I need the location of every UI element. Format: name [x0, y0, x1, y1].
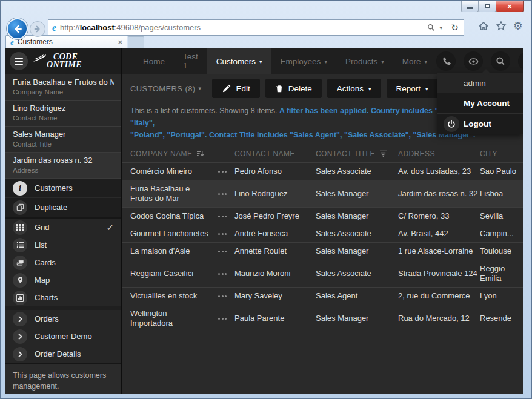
- gear-icon[interactable]: ⚙: [513, 21, 523, 31]
- column-city[interactable]: CITY: [480, 150, 523, 158]
- nav-item-products[interactable]: Products▾: [336, 48, 393, 74]
- sidebar-view-cards[interactable]: Cards: [5, 254, 121, 271]
- column-contact-title[interactable]: CONTACT TITLE: [316, 150, 398, 158]
- wing-icon: [32, 53, 47, 64]
- back-icon: [12, 24, 23, 35]
- sidebar-link-orders[interactable]: Orders: [5, 310, 121, 328]
- row-menu-button[interactable]: [210, 216, 234, 217]
- delete-button[interactable]: Delete: [265, 79, 322, 98]
- duplicate-icon: [13, 200, 27, 215]
- refresh-button[interactable]: ↻: [446, 19, 464, 36]
- row-menu-button[interactable]: [210, 193, 234, 195]
- report-button[interactable]: Report ▾: [387, 79, 438, 98]
- home-icon[interactable]: [478, 21, 489, 31]
- sidebar-view-map[interactable]: Map: [5, 271, 121, 289]
- sidebar-link-customer-demo[interactable]: Customer Demo: [5, 328, 121, 345]
- map-pin-icon: [13, 273, 27, 288]
- row-menu-button[interactable]: [210, 273, 234, 275]
- chevron-down-icon: ▾: [368, 86, 371, 92]
- chart-icon: [13, 291, 27, 305]
- row-menu-button[interactable]: [210, 233, 234, 235]
- search-icon: [496, 56, 505, 66]
- table-row[interactable]: Wellington Importadora Paula Parente Sal…: [122, 305, 523, 332]
- browser-window: × e http://localhost:49608/pages/custome…: [0, 0, 532, 399]
- app-header: CODE ONTIME Home Test 1 Customers▾ Emplo…: [5, 48, 523, 74]
- sidebar-item-customers[interactable]: i Customers: [5, 179, 121, 198]
- logo-text: CODE ONTIME: [47, 53, 82, 68]
- tab-favicon-icon: e: [10, 38, 14, 46]
- filter-contact-name[interactable]: Lino Rodriguez Contact Name: [5, 101, 121, 127]
- page-description: This page allows customers management.: [5, 364, 121, 394]
- sidebar-view-charts[interactable]: Charts: [5, 289, 121, 306]
- address-bar[interactable]: e http://localhost:49608/pages/customers…: [48, 19, 447, 36]
- sidebar-link-order-details[interactable]: Order Details: [5, 345, 121, 363]
- chevron-right-icon: [13, 347, 27, 361]
- forward-icon: [33, 25, 42, 33]
- column-address[interactable]: ADDRESS: [398, 150, 480, 158]
- list-icon: [13, 238, 27, 252]
- collection-selector[interactable]: CUSTOMERS (8) ▾: [130, 84, 201, 93]
- table-row[interactable]: Comércio Mineiro Pedro Afonso Sales Asso…: [122, 162, 523, 180]
- row-menu-button[interactable]: [210, 295, 234, 297]
- nav-item-customers[interactable]: Customers▾: [207, 48, 271, 74]
- table-row[interactable]: Godos Cocina Típica José Pedro Freyre Sa…: [122, 207, 523, 225]
- table-row[interactable]: Gourmet Lanchonetes André Fonseca Sales …: [122, 225, 523, 242]
- nav-item-employees[interactable]: Employees▾: [271, 48, 336, 74]
- sidebar-view-grid[interactable]: Grid ✓: [5, 219, 121, 236]
- ie-logo-icon: e: [52, 23, 56, 33]
- my-account-menu-item[interactable]: My Account: [437, 93, 523, 113]
- table-row[interactable]: Victuailles en stock Mary Saveley Sales …: [122, 287, 523, 305]
- search-icon[interactable]: [427, 24, 435, 31]
- sidebar-item-duplicate[interactable]: Duplicate: [5, 198, 121, 217]
- app-logo: CODE ONTIME: [32, 53, 82, 68]
- sidebar-view-list[interactable]: List: [5, 236, 121, 254]
- check-icon: ✓: [106, 222, 114, 233]
- minimize-button[interactable]: [461, 1, 479, 12]
- new-tab-button[interactable]: [128, 36, 144, 48]
- filter-address[interactable]: Jardim das rosas n. 32 Address: [5, 153, 121, 179]
- info-icon: i: [13, 181, 27, 196]
- nav-item-more[interactable]: More▾: [393, 48, 436, 74]
- logout-menu-item[interactable]: Logout: [437, 113, 523, 134]
- nav-item-home[interactable]: Home: [134, 48, 174, 74]
- ellipsis-icon: [218, 171, 227, 173]
- filter-contact-title[interactable]: Sales Manager Contact Title: [5, 127, 121, 153]
- row-menu-button[interactable]: [210, 318, 234, 320]
- ellipsis-icon: [218, 233, 227, 235]
- forward-button[interactable]: [30, 21, 45, 37]
- tab-close-icon[interactable]: ×: [118, 38, 122, 46]
- restore-icon: [485, 4, 490, 8]
- ellipsis-icon: [218, 295, 227, 297]
- filter-company-name[interactable]: Furia Bacalhau e Frutos do Mar Company N…: [5, 74, 121, 101]
- actions-button[interactable]: Actions ▾: [327, 79, 381, 98]
- user-button[interactable]: [518, 51, 523, 71]
- row-menu-button[interactable]: [210, 171, 234, 173]
- search-button[interactable]: [491, 51, 510, 71]
- minimize-icon: [467, 7, 473, 9]
- close-button[interactable]: ×: [496, 1, 524, 12]
- main-nav: Home Test 1 Customers▾ Employees▾ Produc…: [122, 48, 436, 74]
- row-menu-button[interactable]: [210, 251, 234, 252]
- grid-icon: [13, 220, 27, 235]
- table-row[interactable]: Reggiani Caseifici Maurizio Moroni Sales…: [122, 260, 523, 287]
- restore-button[interactable]: [479, 1, 496, 12]
- nav-item-test1[interactable]: Test 1: [174, 48, 207, 74]
- trash-icon: [275, 84, 284, 93]
- ellipsis-icon: [218, 318, 227, 320]
- phone-button[interactable]: [436, 51, 456, 71]
- star-icon[interactable]: [496, 21, 507, 31]
- edit-button[interactable]: Edit: [212, 79, 259, 98]
- sort-icon: [196, 150, 204, 157]
- column-contact-name[interactable]: CONTACT NAME: [234, 150, 316, 158]
- phone-icon: [441, 56, 451, 66]
- chevron-right-icon: [13, 329, 27, 344]
- table-row-selected[interactable]: Furia Bacalhau e Frutos do Mar Lino Rodr…: [122, 180, 523, 207]
- eye-button[interactable]: [464, 51, 483, 71]
- back-button[interactable]: [7, 18, 28, 39]
- hamburger-button[interactable]: [10, 52, 28, 70]
- ellipsis-icon: [218, 273, 227, 275]
- column-company-name[interactable]: COMPANY NAME: [122, 150, 234, 158]
- table-row[interactable]: La maison d'Asie Annette Roulet Sales Ma…: [122, 242, 523, 260]
- search-caret-icon[interactable]: ▾: [439, 25, 442, 31]
- user-menu: admin My Account Logout: [437, 73, 523, 134]
